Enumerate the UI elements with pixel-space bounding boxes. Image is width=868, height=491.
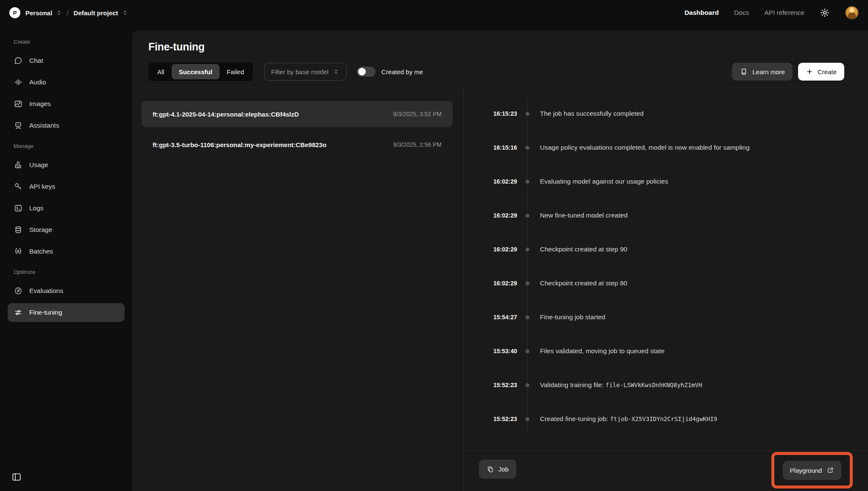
assistants-icon [14, 121, 23, 130]
sidebar-item-usage[interactable]: Usage [8, 156, 125, 174]
event-code: ftjob-X25V3IDYn2CrSIjid4gwKHI9 [610, 416, 717, 422]
section-label: Create [14, 39, 125, 45]
sidebar-item-label: Chat [29, 57, 43, 64]
event-message: Validating training file: file-LSWVkKwsD… [540, 381, 702, 389]
event-message: The job has successfully completed [540, 110, 644, 117]
timeline-event: 15:53:40 Files validated, moving job to … [464, 334, 868, 368]
sidebar-section-create: Create Chat Audio Images Assistants [8, 39, 125, 135]
job-button[interactable]: Job [479, 460, 516, 479]
sidebar-item-batches[interactable]: Batches [8, 242, 125, 261]
event-dot [526, 214, 529, 218]
gear-icon[interactable] [820, 8, 830, 18]
event-time: 15:54:27 [464, 314, 517, 321]
sidebar-item-evaluations[interactable]: Evaluations [8, 282, 125, 300]
event-message: Evaluating model against our usage polic… [540, 178, 668, 185]
created-by-me-toggle[interactable] [357, 67, 376, 77]
event-dot [526, 146, 529, 150]
event-dot [526, 315, 529, 319]
playground-button-label: Playground [790, 467, 822, 474]
sidebar-item-label: Logs [29, 204, 44, 212]
filter-tab-successful[interactable]: Successful [172, 64, 220, 79]
event-time: 16:15:16 [464, 144, 517, 151]
book-icon [740, 67, 748, 76]
copy-icon [487, 466, 494, 473]
playground-button[interactable]: Playground [783, 461, 842, 480]
job-list: ft:gpt-4.1-2025-04-14:personal:elephas:C… [132, 88, 463, 491]
top-header: P Personal / Default project Dashboard D… [0, 0, 868, 25]
status-filter-segmented-control: All Successful Failed [148, 62, 253, 81]
event-message: Fine-tuning job started [540, 313, 605, 321]
project-switcher[interactable]: Default project [74, 9, 128, 17]
breadcrumb-separator: / [67, 9, 68, 17]
sidebar-item-assistants[interactable]: Assistants [8, 116, 125, 135]
job-row[interactable]: ft:gpt-3.5-turbo-1106:personal:my-experi… [142, 131, 453, 158]
event-time: 16:02:29 [464, 280, 517, 287]
sidebar-section-optimize: Optimize Evaluations Fine-tuning [8, 269, 125, 322]
project-name: Default project [74, 9, 118, 17]
collapse-sidebar-icon[interactable] [11, 471, 22, 483]
nav-api-reference[interactable]: API reference [764, 9, 804, 17]
event-message: Checkpoint created at step 80 [540, 279, 627, 287]
sidebar-item-label: Evaluations [29, 287, 63, 295]
user-avatar[interactable] [845, 6, 859, 20]
timeline-event: 16:02:29 New fine-tuned model created [464, 198, 868, 232]
usage-icon [14, 160, 23, 170]
sidebar-section-manage: Manage Usage API keys Logs Storage Batch… [8, 143, 125, 261]
sidebar-item-label: Storage [29, 226, 52, 234]
playground-highlight-box: Playground [771, 452, 853, 488]
base-model-filter-placeholder: Filter by base model [271, 68, 328, 75]
chevron-up-down-icon [122, 9, 128, 16]
org-avatar[interactable]: P [9, 7, 20, 18]
event-dot [526, 349, 529, 353]
learn-more-label: Learn more [752, 68, 785, 75]
nav-docs[interactable]: Docs [734, 9, 749, 17]
event-message: Created fine-tuning job: ftjob-X25V3IDYn… [540, 415, 717, 423]
sidebar-item-api-keys[interactable]: API keys [8, 177, 125, 196]
sidebar-item-label: Assistants [29, 122, 59, 129]
footer-divider [463, 451, 868, 451]
sidebar-item-storage[interactable]: Storage [8, 220, 125, 239]
section-label: Optimize [14, 269, 125, 275]
sidebar-item-audio[interactable]: Audio [8, 73, 125, 92]
sidebar-item-logs[interactable]: Logs [8, 199, 125, 218]
event-time: 16:02:29 [464, 178, 517, 185]
timeline-event: 16:02:29 Checkpoint created at step 90 [464, 232, 868, 266]
org-switcher[interactable]: Personal [25, 9, 62, 17]
filter-tab-failed[interactable]: Failed [220, 64, 251, 79]
timeline-event: 16:15:16 Usage policy evaluations comple… [464, 131, 868, 165]
chevron-up-down-icon [333, 68, 339, 75]
braces-icon [14, 247, 23, 256]
event-message: New fine-tuned model created [540, 212, 628, 219]
learn-more-button[interactable]: Learn more [732, 63, 793, 81]
compass-icon [14, 286, 23, 296]
audio-icon [14, 78, 23, 87]
event-dot [526, 282, 529, 285]
chevron-up-down-icon [56, 9, 62, 16]
timeline-event: 16:15:23 The job has successfully comple… [464, 97, 868, 131]
created-by-me-label: Created by me [381, 68, 423, 75]
create-button[interactable]: Create [798, 63, 844, 81]
sidebar-item-label: Audio [29, 78, 46, 86]
sidebar-item-images[interactable]: Images [8, 95, 125, 113]
sliders-icon [14, 308, 23, 317]
sidebar-item-chat[interactable]: Chat [8, 51, 125, 70]
event-time: 16:15:23 [464, 110, 517, 117]
event-time: 16:02:29 [464, 246, 517, 253]
sidebar-item-fine-tuning[interactable]: Fine-tuning [8, 303, 125, 322]
job-row[interactable]: ft:gpt-4.1-2025-04-14:personal:elephas:C… [142, 101, 453, 127]
event-dot [526, 180, 529, 184]
section-label: Manage [14, 143, 125, 149]
external-link-icon [826, 466, 834, 474]
key-icon [14, 182, 23, 191]
event-message: Usage policy evaluations completed, mode… [540, 144, 750, 151]
event-dot [526, 248, 529, 251]
terminal-icon [14, 204, 23, 213]
toggle-knob [358, 68, 366, 75]
sidebar-item-label: Fine-tuning [29, 309, 62, 316]
main-panel: Fine-tuning All Successful Failed Filter… [132, 31, 868, 491]
job-date: 9/3/2025, 3:52 PM [393, 111, 442, 117]
base-model-filter-select[interactable]: Filter by base model [264, 63, 347, 81]
filter-tab-all[interactable]: All [150, 64, 172, 79]
nav-dashboard[interactable]: Dashboard [684, 9, 719, 17]
event-code: file-LSWVkKwsDnhKNQ8yhZ1mVH [606, 382, 702, 388]
